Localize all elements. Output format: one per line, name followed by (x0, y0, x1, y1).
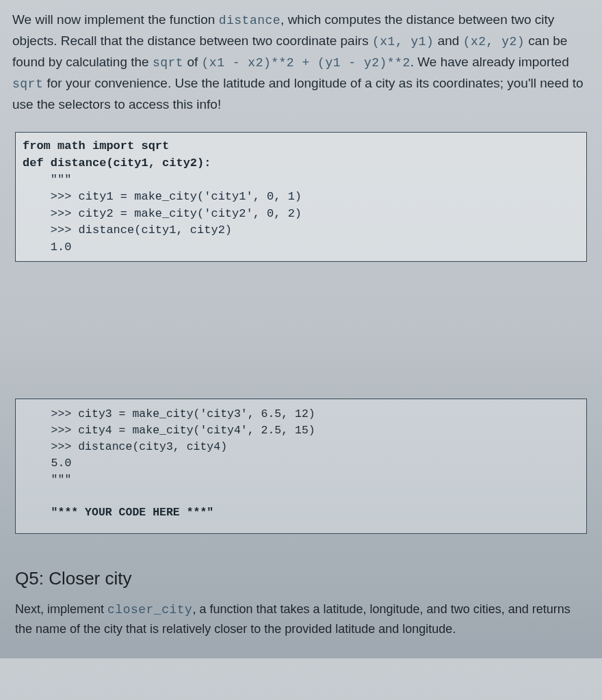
intro-text: of (183, 55, 201, 69)
code-line: def distance(city1, city2): (23, 157, 211, 170)
q5-paragraph: Next, implement closer_city, a function … (15, 600, 587, 639)
code-block-upper: from math import sqrt def distance(city1… (15, 132, 587, 262)
vertical-gap (12, 262, 590, 399)
code-pair2: (x2, y2) (463, 35, 525, 49)
intro-text: and (434, 33, 462, 48)
q5-heading: Q5: Closer city (15, 568, 590, 589)
code-line: from math import sqrt (23, 139, 169, 152)
code-pair1: (x1, y1) (372, 35, 434, 49)
code-line: >>> distance(city1, city2) (23, 224, 232, 237)
code-sqrt: sqrt (153, 56, 183, 70)
code-line: 1.0 (23, 241, 71, 254)
code-pre-lower: >>> city3 = make_city('city3', 6.5, 12) … (24, 406, 578, 520)
q5-text: Next, implement (15, 602, 107, 616)
code-line: >>> city2 = make_city('city2', 0, 2) (23, 207, 302, 220)
code-line: >>> city4 = make_city('city4', 2.5, 15) (24, 424, 315, 437)
code-line: "*** YOUR CODE HERE ***" (24, 506, 213, 519)
intro-text: for your convenience. Use the latitude a… (12, 76, 584, 111)
code-line: >>> city1 = make_city('city1', 0, 1) (23, 190, 302, 203)
code-pre-upper: from math import sqrt def distance(city1… (23, 138, 579, 256)
code-line: 5.0 (24, 457, 71, 470)
code-line: """ (24, 473, 71, 486)
code-block-lower: >>> city3 = make_city('city3', 6.5, 12) … (15, 399, 587, 533)
code-line: >>> city3 = make_city('city3', 6.5, 12) (24, 407, 315, 420)
intro-text: We will now implement the function (12, 12, 219, 27)
intro-text: . We have already imported (410, 55, 569, 69)
code-line: """ (23, 173, 71, 186)
code-line: >>> distance(city3, city4) (24, 440, 227, 453)
code-expr: (x1 - x2)**2 + (y1 - y2)**2 (202, 56, 410, 70)
code-sqrt2: sqrt (12, 77, 43, 91)
code-distance: distance (219, 14, 280, 27)
code-closer-city: closer_city (107, 603, 192, 617)
intro-paragraph: We will now implement the function dista… (12, 10, 590, 114)
